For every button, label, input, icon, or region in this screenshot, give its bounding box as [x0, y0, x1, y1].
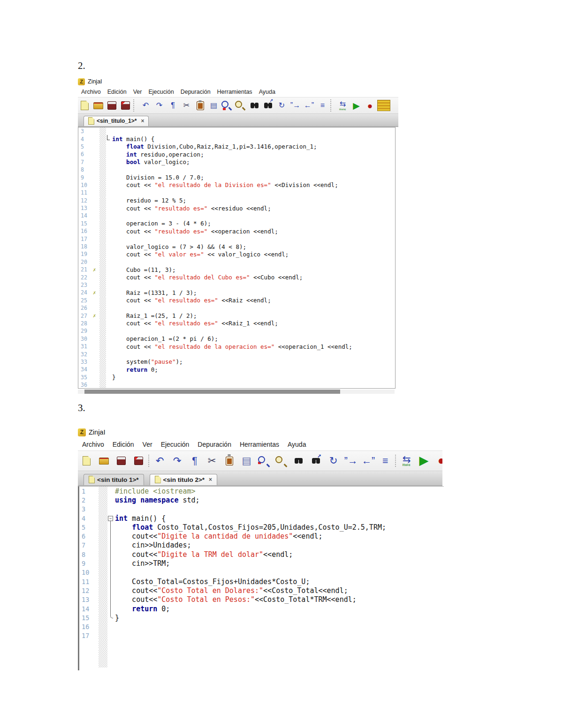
paste-icon[interactable]	[221, 453, 237, 469]
menu-item-edicion[interactable]: Edición	[108, 441, 138, 448]
code-line[interactable]: int residuo,operacion;	[110, 151, 204, 158]
code-line[interactable]: cin>>TRM;	[113, 559, 170, 568]
profile-icon[interactable]	[377, 99, 390, 112]
tab-close-icon[interactable]: ×	[209, 476, 212, 483]
open-file-icon[interactable]	[96, 453, 112, 469]
tab-sin-titulo-1[interactable]: <sin titulo 1>*	[84, 474, 144, 485]
menu-item-herramientas[interactable]: Herramientas	[214, 89, 256, 95]
comment-icon[interactable]: ”→	[289, 99, 302, 112]
find-icon[interactable]	[274, 453, 289, 469]
save-all-icon[interactable]	[119, 99, 132, 112]
code-line[interactable]: Cubo =(11, 3);	[110, 266, 175, 273]
code-line[interactable]: Raiz_1 =(25, 1 / 2);	[110, 312, 197, 319]
code-line[interactable]: operacion = 3 - (4 * 6);	[110, 220, 211, 227]
menu-item-ejecucion[interactable]: Ejecución	[157, 441, 194, 448]
code-line[interactable]: Division = 15.0 / 7.0;	[110, 174, 204, 181]
code-line[interactable]: cout << "el valor es=" << valor_logico <…	[110, 251, 289, 258]
comment-icon[interactable]: ”→	[343, 453, 358, 469]
code-line[interactable]: return 0;	[113, 605, 170, 613]
new-file-icon[interactable]	[79, 453, 94, 469]
stop-icon[interactable]: ●	[364, 99, 376, 112]
refresh-icon[interactable]: ↻	[326, 453, 341, 469]
menu-item-edicion[interactable]: Edición	[104, 89, 130, 95]
redo-icon[interactable]: ↷	[169, 453, 185, 469]
cut-icon[interactable]: ✂	[204, 453, 220, 469]
replace-icon[interactable]	[221, 99, 234, 112]
redo-icon[interactable]: ↷	[153, 99, 166, 112]
code-line[interactable]: bool valor_logico;	[110, 158, 190, 165]
menu-item-ver[interactable]: Ver	[130, 89, 145, 95]
code-line[interactable]: return 0;	[110, 366, 158, 373]
reformat-icon[interactable]: ¶	[167, 99, 179, 112]
code-line[interactable]: residuo = 12 % 5;	[110, 197, 186, 204]
stop-icon[interactable]: ●	[434, 453, 442, 469]
code-line[interactable]: cout<<"Digite la cantidad de unidades"<<…	[113, 532, 323, 540]
open-file-icon[interactable]	[92, 99, 105, 112]
reformat-icon[interactable]: ¶	[187, 453, 202, 469]
code-line[interactable]: cout << "resultado es=" <<operacion <<en…	[110, 228, 278, 235]
list-icon[interactable]: ≡	[378, 453, 393, 469]
code-line[interactable]: valor_logico = (7 > 4) && (4 < 8);	[110, 243, 246, 250]
code-line[interactable]: cout << "resultado es=" <<residuo <<endl…	[110, 205, 271, 212]
goto-icon[interactable]: ➚	[308, 453, 324, 469]
menu-item-depuracion[interactable]: Depuración	[177, 89, 214, 95]
scrollbar-thumb[interactable]	[84, 390, 340, 394]
code-line[interactable]: float Costo_Total,Costos_Fijos=205,Unida…	[113, 523, 386, 532]
code-line[interactable]: int main() {	[110, 135, 154, 143]
menu-item-ayuda[interactable]: Ayuda	[256, 89, 279, 95]
paste-icon[interactable]	[194, 99, 206, 112]
code-line[interactable]: Raiz =(1331, 1 / 3);	[110, 289, 197, 296]
code-line[interactable]: operacion_1 =(2 * pi / 6);	[110, 335, 218, 342]
code-line[interactable]: cin>>Unidades;	[113, 541, 191, 549]
code-line[interactable]: system("pause");	[110, 358, 183, 365]
code-editor[interactable]: 34int main() {5 float Division,Cubo,Raiz…	[78, 127, 396, 389]
menu-item-archivo[interactable]: Archivo	[78, 441, 108, 448]
code-line[interactable]: #include <iostream>	[113, 487, 196, 495]
code-line[interactable]: cout << "el resultado es=" <<Raiz_1 <<en…	[110, 320, 278, 327]
save-all-icon[interactable]	[131, 453, 146, 469]
tab-sin-titulo-1[interactable]: <sin_titulo_1>*×	[84, 116, 149, 126]
code-line[interactable]: using namespace std;	[113, 496, 200, 504]
menu-item-ver[interactable]: Ver	[138, 441, 157, 448]
tab-sin-titulo-2[interactable]: <sin titulo 2>*×	[150, 474, 218, 485]
uncomment-icon[interactable]: ←”	[303, 99, 315, 112]
undo-icon[interactable]: ↶	[139, 99, 152, 112]
code-line[interactable]: }	[110, 374, 116, 381]
menu-item-archivo[interactable]: Archivo	[78, 89, 104, 95]
code-line[interactable]: cout<<"Costo Total en Dolares:"<<Costo_T…	[113, 586, 348, 595]
code-line[interactable]: cout << "el resultado del Cubo es=" <<Cu…	[110, 274, 303, 281]
menu-item-ayuda[interactable]: Ayuda	[283, 441, 310, 448]
code-editor[interactable]: 1#include <iostream>2using namespace std…	[78, 486, 444, 670]
copy-icon[interactable]: ▤	[207, 99, 220, 112]
undo-icon[interactable]: ↶	[152, 453, 167, 469]
find-in-files-icon[interactable]	[291, 453, 306, 469]
menu-item-herramientas[interactable]: Herramientas	[236, 441, 283, 448]
code-line[interactable]: cout << "el resultado de la Division es=…	[110, 181, 338, 188]
code-line[interactable]: cout<<"Digite la TRM del dolar"<<endl;	[113, 550, 293, 559]
run-icon[interactable]: ▶	[416, 453, 432, 469]
uncomment-icon[interactable]: ←”	[360, 453, 376, 469]
find-icon[interactable]	[235, 99, 247, 112]
goto-icon[interactable]: ➚	[262, 99, 274, 112]
replace-icon[interactable]	[256, 453, 272, 469]
new-file-icon[interactable]	[78, 99, 91, 112]
copy-icon[interactable]: ▤	[239, 453, 254, 469]
menu-item-depuracion[interactable]: Depuración	[193, 441, 236, 448]
refresh-icon[interactable]: ↻	[275, 99, 288, 112]
code-line[interactable]: }	[113, 614, 119, 622]
save-icon[interactable]	[106, 99, 118, 112]
cut-icon[interactable]: ✂	[180, 99, 193, 112]
code-line[interactable]: cout<<"Costo Total en Pesos:"<<Costo_Tot…	[113, 595, 357, 604]
itoic-icon[interactable]: ⇆itoic	[336, 99, 349, 112]
save-icon[interactable]	[114, 453, 129, 469]
itoic-icon[interactable]: ⇆itoic	[399, 453, 414, 469]
code-line[interactable]: float Division,Cubo,Raiz,Raiz_1,pi=3.141…	[110, 143, 317, 150]
list-icon[interactable]: ≡	[316, 99, 329, 112]
find-in-files-icon[interactable]	[248, 99, 261, 112]
run-icon[interactable]: ▶	[350, 99, 363, 112]
tab-close-icon[interactable]: ×	[141, 118, 144, 124]
code-line[interactable]: Costo_Total=Costos_Fijos+Unidades*Costo_…	[113, 578, 310, 586]
menu-item-ejecucion[interactable]: Ejecución	[145, 89, 177, 95]
code-line[interactable]: cout << "el resultado de la operacion es…	[110, 343, 352, 350]
code-line[interactable]: cout << "el resultado es=" <<Raiz <<endl…	[110, 297, 271, 304]
